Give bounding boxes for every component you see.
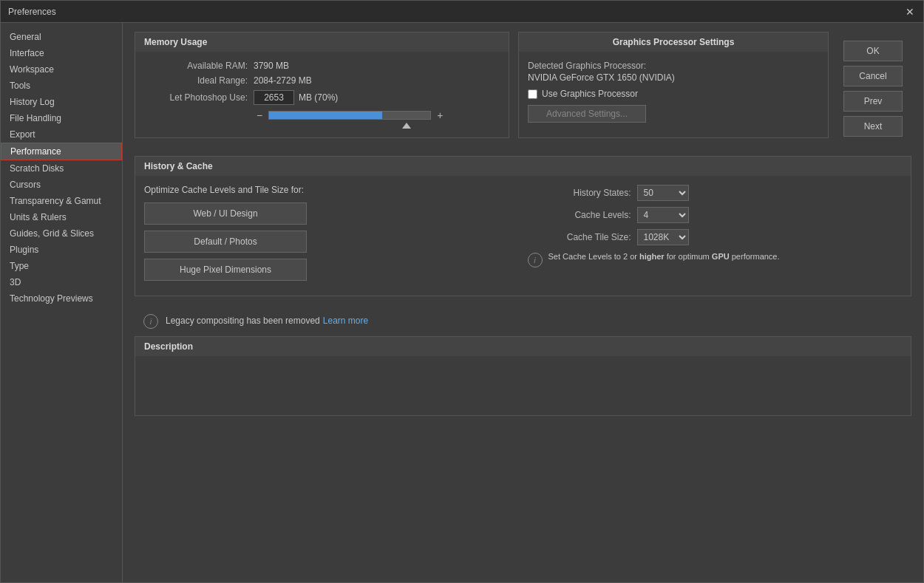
cache-tile-label: Cache Tile Size: [528, 232, 631, 242]
history-cache-title: History & Cache [135, 157, 911, 176]
sidebar-item-transparency-gamut[interactable]: Transparency & Gamut [1, 193, 122, 209]
slider-thumb [402, 123, 411, 129]
ok-button[interactable]: OK [843, 41, 903, 61]
window-title: Preferences [8, 7, 56, 17]
cancel-button[interactable]: Cancel [843, 66, 903, 86]
cache-levels-row: Cache Levels: 4 2 6 8 [528, 207, 903, 223]
use-gpu-row: Use Graphics Processor [528, 89, 819, 99]
history-states-row: History States: 50 20 100 [528, 185, 903, 201]
default-photos-button[interactable]: Default / Photos [144, 231, 307, 253]
ideal-range-value: 2084-2729 MB [254, 75, 312, 86]
gpu-settings-section: Graphics Processor Settings Detected Gra… [518, 32, 829, 138]
close-button[interactable]: ✕ [904, 6, 916, 18]
sidebar-item-interface[interactable]: Interface [1, 45, 122, 61]
main-content: General Interface Workspace Tools Histor… [1, 23, 923, 582]
memory-slider-track[interactable] [268, 111, 431, 120]
ideal-range-label: Ideal Range: [144, 75, 248, 86]
sidebar-item-export[interactable]: Export [1, 126, 122, 143]
history-states-select[interactable]: 50 20 100 [637, 185, 689, 201]
sidebar: General Interface Workspace Tools Histor… [1, 23, 123, 582]
optimize-label: Optimize Cache Levels and Tile Size for: [144, 185, 519, 195]
web-ui-design-button[interactable]: Web / UI Design [144, 202, 307, 225]
available-ram-label: Available RAM: [144, 61, 248, 71]
sidebar-item-type[interactable]: Type [1, 258, 122, 274]
cache-tile-select[interactable]: 1028K 512K 2048K [637, 229, 689, 245]
huge-pixel-button[interactable]: Huge Pixel Dimensions [144, 259, 307, 281]
cache-info-row: i Set Cache Levels to 2 or higher for op… [528, 251, 903, 267]
prev-button[interactable]: Prev [843, 91, 903, 112]
memory-slider-fill [269, 112, 382, 119]
let-use-pct: MB (70%) [299, 92, 338, 103]
legacy-info-icon: i [143, 314, 158, 329]
memory-section-content: Available RAM: 3790 MB Ideal Range: 2084… [135, 52, 509, 137]
sidebar-item-3d[interactable]: 3D [1, 274, 122, 290]
sidebar-item-tools[interactable]: Tools [1, 78, 122, 94]
use-gpu-label: Use Graphics Processor [542, 89, 638, 99]
gpu-section-title: Graphics Processor Settings [519, 33, 828, 52]
cache-levels-select[interactable]: 4 2 6 8 [637, 207, 689, 223]
memory-section-title: Memory Usage [135, 33, 509, 52]
description-content [135, 356, 911, 415]
sidebar-item-general[interactable]: General [1, 29, 122, 45]
slider-minus-icon[interactable]: − [254, 109, 265, 121]
legacy-row: i Legacy compositing has been removed Le… [135, 305, 911, 336]
learn-more-link[interactable]: Learn more [323, 316, 368, 326]
sidebar-item-scratch-disks[interactable]: Scratch Disks [1, 160, 122, 177]
sidebar-item-cursors[interactable]: Cursors [1, 177, 122, 193]
main-inner: Memory Usage Available RAM: 3790 MB Idea… [123, 23, 923, 582]
available-ram-value: 3790 MB [254, 61, 289, 71]
gpu-detected-label: Detected Graphics Processor: [528, 61, 819, 71]
sidebar-item-guides-grid-slices[interactable]: Guides, Grid & Slices [1, 225, 122, 242]
memory-usage-section: Memory Usage Available RAM: 3790 MB Idea… [135, 32, 509, 138]
slider-plus-icon[interactable]: + [434, 109, 446, 121]
description-title: Description [135, 337, 911, 356]
sidebar-item-workspace[interactable]: Workspace [1, 61, 122, 78]
sidebar-item-file-handling[interactable]: File Handling [1, 110, 122, 126]
cache-info-text: Set Cache Levels to 2 or higher for opti… [548, 251, 780, 262]
history-states-label: History States: [528, 188, 631, 198]
cache-right: History States: 50 20 100 Cache Levels: [528, 185, 903, 287]
preferences-window: Preferences ✕ General Interface Workspac… [0, 0, 924, 583]
main-panel: Memory Usage Available RAM: 3790 MB Idea… [123, 23, 923, 582]
next-button[interactable]: Next [843, 116, 903, 137]
dialog-buttons: OK Cancel Prev Next [838, 32, 911, 147]
let-use-label: Let Photoshop Use: [144, 92, 248, 103]
cache-left: Optimize Cache Levels and Tile Size for:… [144, 185, 519, 287]
use-gpu-checkbox[interactable] [528, 89, 537, 99]
title-bar: Preferences ✕ [1, 1, 923, 23]
sidebar-item-history-log[interactable]: History Log [1, 94, 122, 110]
advanced-settings-button[interactable]: Advanced Settings... [528, 105, 646, 123]
sidebar-item-units-rulers[interactable]: Units & Rulers [1, 209, 122, 225]
description-section: Description [135, 336, 911, 416]
cache-info-icon: i [528, 253, 543, 267]
let-use-input[interactable] [254, 90, 294, 105]
history-cache-content: Optimize Cache Levels and Tile Size for:… [135, 176, 911, 296]
cache-tile-row: Cache Tile Size: 1028K 512K 2048K [528, 229, 903, 245]
gpu-name: NVIDIA GeForce GTX 1650 (NVIDIA) [528, 72, 819, 83]
sidebar-item-plugins[interactable]: Plugins [1, 242, 122, 258]
sidebar-item-performance[interactable]: Performance [1, 143, 122, 160]
history-cache-section: History & Cache Optimize Cache Levels an… [135, 156, 911, 296]
gpu-section-content: Detected Graphics Processor: NVIDIA GeFo… [519, 52, 828, 132]
legacy-text: Legacy compositing has been removed [166, 316, 320, 326]
sidebar-item-technology-previews[interactable]: Technology Previews [1, 290, 122, 307]
cache-levels-label: Cache Levels: [528, 210, 631, 220]
